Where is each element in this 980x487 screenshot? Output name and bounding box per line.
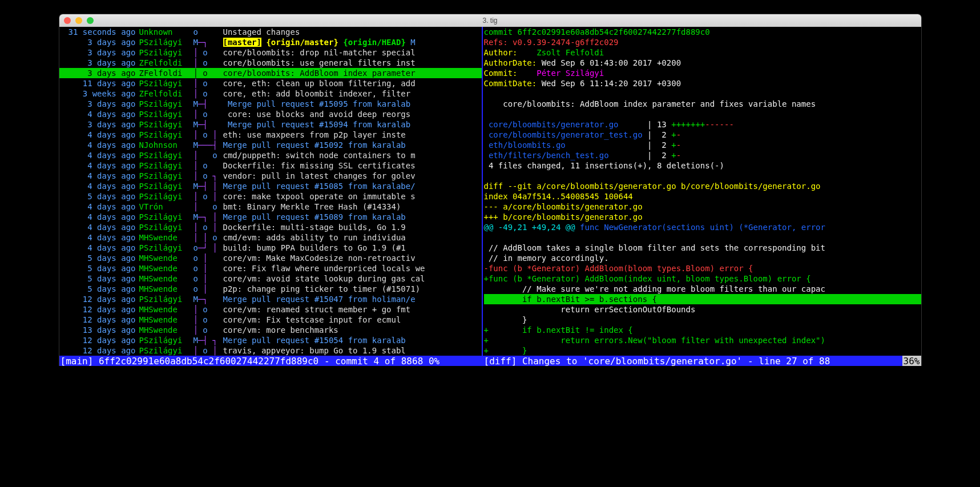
- commit-row[interactable]: 4 days agoPSzilágyiM─┤ │Merge pull reque…: [59, 181, 482, 191]
- diff-line: + }: [483, 345, 921, 356]
- graph-column: │ o: [193, 304, 223, 315]
- commit-date: 12 days ago: [59, 345, 139, 356]
- diff-file-b: +++ b/core/bloombits/generator.go: [483, 212, 921, 222]
- graph-column: │ o: [193, 109, 223, 119]
- commit-date: 3 days ago: [59, 47, 139, 58]
- maximize-icon[interactable]: [87, 17, 94, 24]
- commit-author: PSzilágyi: [139, 212, 193, 222]
- commit-row[interactable]: 4 days agoPSzilágyi│ o core: use blocks …: [59, 109, 482, 119]
- commit-message: core/bloombits: use general filters inst: [223, 58, 482, 68]
- commit-date: 3 days ago: [59, 119, 139, 130]
- commit-row[interactable]: 4 days agoPSzilágyi│ o │eth: use maxpeer…: [59, 130, 482, 140]
- commit-message: core, eth: add bloombit indexer, filter: [223, 88, 482, 99]
- commit-author: PSzilágyi: [139, 78, 193, 88]
- diff-line: }: [483, 315, 921, 325]
- commit-row[interactable]: 5 days agoMHSwendeo │p2p: change ping ti…: [59, 284, 482, 294]
- commit-row[interactable]: 4 days agoPSzilágyi│ oDockerfile: fix mi…: [59, 160, 482, 171]
- commit-author: ZFelfoldi: [139, 58, 193, 68]
- commit-author: PSzilágyi: [139, 222, 193, 232]
- commit-author: VTrón: [139, 202, 193, 212]
- author-date: AuthorDate: Wed Sep 6 01:43:00 2017 +020…: [483, 58, 921, 68]
- graph-column: │ o │: [193, 130, 223, 140]
- commit-row[interactable]: 4 days agoPSzilágyio─┘ │build: bump PPA …: [59, 243, 482, 253]
- graph-column: M─┤ │: [193, 181, 223, 191]
- commit-row[interactable]: 5 days agoPSzilágyi│ o │core: make txpoo…: [59, 191, 482, 202]
- graph-column: M─┐: [193, 37, 223, 47]
- commit-date: 4 days ago: [59, 181, 139, 191]
- commit-row[interactable]: 3 days agoPSzilágyiM─┤ Merge pull reques…: [59, 99, 482, 109]
- graph-column: o─┘ │: [193, 243, 223, 253]
- commit-message: core, eth: clean up bloom filtering, add: [223, 78, 482, 88]
- commit-row[interactable]: 4 days agoMHSwende│ │ ocmd/evm: adds abi…: [59, 232, 482, 243]
- minimize-icon[interactable]: [75, 17, 82, 24]
- commit-date: 3 days ago: [59, 68, 139, 78]
- status-right: [diff] Changes to 'core/bloombits/genera…: [482, 356, 921, 366]
- diffstat-file: core/bloombits/generator.go | 13 +++++++…: [483, 119, 921, 130]
- commit-row[interactable]: 4 days agoPSzilágyi│ ocmd/puppeth: switc…: [59, 150, 482, 160]
- graph-column: │ o ┐: [193, 171, 223, 181]
- graph-column: M─┐ │: [193, 212, 223, 222]
- commit-author: MHSwende: [139, 325, 193, 335]
- titlebar[interactable]: 3. tig: [59, 14, 921, 27]
- commit-row[interactable]: 31 seconds agoUnknownoUnstaged changes: [59, 27, 482, 37]
- commit-row[interactable]: 3 days agoPSzilágyiM─┤ Merge pull reques…: [59, 119, 482, 130]
- commit-date: 11 days ago: [59, 78, 139, 88]
- commit-author: ZFelfoldi: [139, 68, 193, 78]
- commit-hash: commit 6ff2c02991e60a8db54c2f60027442277…: [483, 27, 921, 37]
- commit-message: vendor: pull in latest changes for golev: [223, 171, 482, 181]
- commit-message: [master] {origin/master} {origin/HEAD} M: [223, 37, 482, 47]
- diff-pane[interactable]: commit 6ff2c02991e60a8db54c2f60027442277…: [482, 27, 921, 356]
- close-icon[interactable]: [64, 17, 71, 24]
- commit-date: 5 days ago: [59, 273, 139, 284]
- commit-refs: Refs: v0.9.39-2474-g6ff2c029: [483, 37, 921, 47]
- diff-hunk-header: @@ -49,21 +49,24 @@ func NewGenerator(se…: [483, 222, 921, 232]
- commit-author: ZFelfoldi: [139, 88, 193, 99]
- diffstat-file: eth/bloombits.go | 2 +-: [483, 140, 921, 150]
- graph-column: │ o: [193, 88, 223, 99]
- commit-row[interactable]: 3 weeks agoZFelfoldi│ ocore, eth: add bl…: [59, 88, 482, 99]
- commit-date: 4 days ago: [59, 140, 139, 150]
- commit-list-pane[interactable]: 31 seconds agoUnknownoUnstaged changes3 …: [59, 27, 482, 356]
- commit-message: cmd/puppeth: switch node containers to m: [223, 150, 482, 160]
- diffstat-summary: 4 files changed, 11 insertions(+), 8 del…: [483, 160, 921, 171]
- commit-date: 4 days ago: [59, 109, 139, 119]
- commit-row[interactable]: 11 days agoPSzilágyi│ ocore, eth: clean …: [59, 78, 482, 88]
- commit-row[interactable]: 3 days agoPSzilágyiM─┐[master] {origin/m…: [59, 37, 482, 47]
- commit-row[interactable]: 4 days agoNJohnsonM───┤Merge pull reques…: [59, 140, 482, 150]
- terminal-content[interactable]: 31 seconds agoUnknownoUnstaged changes3 …: [59, 27, 921, 356]
- commit-row[interactable]: 4 days agoVTrón│ obmt: Binary Merkle Tre…: [59, 202, 482, 212]
- commit-message: build: bump PPA builders to Go 1.9 (#1: [223, 243, 482, 253]
- commit-author: MHSwende: [139, 273, 193, 284]
- commit-author: PSzilágyi: [139, 243, 193, 253]
- commit-row[interactable]: 4 days agoPSzilágyi│ o ┐vendor: pull in …: [59, 171, 482, 181]
- commit-row[interactable]: 4 days agoPSzilágyiM─┐ │Merge pull reque…: [59, 212, 482, 222]
- commit-row[interactable]: 12 days agoPSzilágyiM─┐Merge pull reques…: [59, 294, 482, 304]
- commit-row[interactable]: 12 days agoPSzilágyi│ o │travis, appveyo…: [59, 345, 482, 356]
- commit-row[interactable]: 5 days agoMHSwendeo │core: Fix flaw wher…: [59, 263, 482, 273]
- commit-date: 3 days ago: [59, 99, 139, 109]
- commit-date: 4 days ago: [59, 222, 139, 232]
- graph-column: │ o: [193, 58, 223, 68]
- commit-author: PSzilágyi: [139, 109, 193, 119]
- commit-row[interactable]: 12 days agoPSzilágyiM─┤ ┐Merge pull requ…: [59, 335, 482, 345]
- commit-author: MHSwende: [139, 315, 193, 325]
- commit-row[interactable]: 3 days agoZFelfoldi│ ocore/bloombits: Ad…: [59, 68, 482, 78]
- commit-row[interactable]: 3 days agoZFelfoldi│ ocore/bloombits: us…: [59, 58, 482, 68]
- commit-date: 13 days ago: [59, 325, 139, 335]
- diff-line: return errSectionOutOfBounds: [483, 304, 921, 315]
- commit-message: core/vm: avoid state lookup during gas c…: [223, 273, 482, 284]
- commit-row[interactable]: 4 days agoPSzilágyi│ o │Dockerfile: mult…: [59, 222, 482, 232]
- commit-row[interactable]: 13 days agoMHSwende│ ocore/vm: more benc…: [59, 325, 482, 335]
- commit-author: PSzilágyi: [139, 37, 193, 47]
- commit-date: 12 days ago: [59, 315, 139, 325]
- status-bar: [main] 6ff2c02991e60a8db54c2f60027442277…: [59, 356, 921, 366]
- commit-date: 12 days ago: [59, 294, 139, 304]
- commit-row[interactable]: 5 days agoMHSwendeo │core/vm: Make MaxCo…: [59, 253, 482, 263]
- commit-row[interactable]: 12 days agoMHSwende│ ocore/vm: renamed s…: [59, 304, 482, 315]
- commit-row[interactable]: 3 days agoPSzilágyi│ ocore/bloombits: dr…: [59, 47, 482, 58]
- commit-author: PSzilágyi: [139, 345, 193, 356]
- commit-row[interactable]: 12 days agoMHSwende│ ocore/vm: Fix testc…: [59, 315, 482, 325]
- commit-message: Merge pull request #15092 from karalab: [223, 140, 482, 150]
- commit-row[interactable]: 5 days agoMHSwendeo │core/vm: avoid stat…: [59, 273, 482, 284]
- diff-index: index 04a7f514..54008545 100644: [483, 191, 921, 202]
